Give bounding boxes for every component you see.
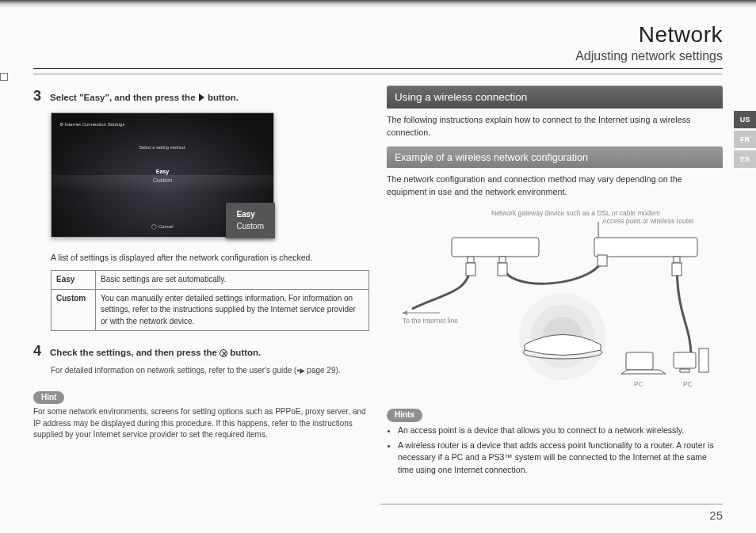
settings-table: Easy Basic settings are set automaticall… (51, 270, 369, 331)
cell-easy-label: Easy (52, 271, 96, 290)
svg-rect-11 (498, 263, 507, 276)
ap-label: Access point or wireless router (602, 217, 694, 225)
svg-rect-12 (598, 255, 607, 266)
hints-list: An access point is a device that allows … (398, 424, 723, 477)
svg-rect-16 (626, 352, 653, 370)
cell-custom-label: Custom (52, 289, 96, 331)
page-number: 25 (709, 508, 723, 522)
section-wireless-connection: Using a wireless connection (387, 86, 723, 109)
lang-tab-es[interactable]: ES (734, 150, 756, 168)
svg-rect-1 (468, 257, 474, 263)
list-item: An access point is a device that allows … (398, 424, 723, 437)
pc-label-2: PC (683, 380, 693, 388)
lang-tab-fr[interactable]: FR (734, 131, 756, 148)
svg-rect-13 (672, 263, 682, 276)
svg-rect-4 (594, 238, 697, 257)
ss-cancel: ◯ Cancel (151, 223, 173, 230)
network-diagram: Network gateway device such as a DSL or … (387, 206, 723, 396)
right-column: Using a wireless connection The followin… (387, 86, 723, 479)
ss-option-easy: Easy (153, 167, 172, 176)
play-icon (199, 93, 204, 101)
language-tabs: US FR ES (734, 111, 756, 168)
hint-label: Hint (33, 391, 64, 405)
svg-rect-20 (680, 369, 689, 372)
gateway-label: Network gateway device such as a DSL or … (491, 209, 660, 217)
section-example-config: Example of a wireless network configurat… (387, 147, 723, 168)
table-row: Custom You can manually enter detailed s… (52, 289, 369, 331)
svg-rect-18 (674, 352, 696, 368)
step-3: 3 Select "Easy", and then press the butt… (33, 86, 369, 106)
screenshot-callout: Easy Custom (226, 203, 275, 238)
section-example-para: The network configuration and connection… (387, 173, 723, 198)
x-button-icon (220, 349, 227, 357)
table-row: Easy Basic settings are set automaticall… (52, 271, 369, 290)
ss-option-custom: Custom (153, 176, 172, 185)
page-subtitle: Adjusting network settings (33, 49, 723, 63)
step-4: 4 Check the settings, and then press the… (33, 341, 369, 377)
hints-label: Hints (387, 409, 422, 422)
svg-rect-5 (674, 257, 680, 263)
svg-rect-19 (699, 348, 708, 372)
pc-label-1: PC (634, 380, 643, 388)
list-item: A wireless router is a device that adds … (398, 440, 723, 477)
step-number: 4 (33, 341, 48, 361)
svg-marker-17 (621, 370, 666, 374)
step-3-caption: A list of settings is displayed after th… (51, 252, 369, 264)
hint-text: For some network environments, screens f… (33, 406, 369, 441)
internet-line-label: To the Internet line (403, 317, 458, 325)
step-3-text: Select "Easy", and then press the button… (50, 93, 239, 102)
desktop-icon (674, 348, 708, 372)
step-4-text: Check the settings, and then press the b… (50, 348, 261, 357)
laptop-icon (621, 352, 666, 374)
cell-easy-desc: Basic settings are set automatically. (96, 271, 369, 290)
svg-rect-2 (499, 257, 506, 263)
svg-rect-0 (452, 238, 539, 257)
step-4-subtext: For detailed information on network sett… (51, 364, 369, 377)
page-title: Network (33, 22, 723, 48)
svg-rect-10 (466, 263, 475, 276)
left-column: 3 Select "Easy", and then press the butt… (33, 86, 369, 479)
settings-screenshot: ⚙ Internet Connection Settings Select a … (51, 112, 274, 238)
ref-arrow-icon: •▶ (296, 367, 304, 375)
lang-tab-us[interactable]: US (734, 111, 756, 128)
footer-rule (380, 504, 723, 504)
cell-custom-desc: You can manually enter detailed settings… (96, 289, 369, 331)
step-number: 3 (33, 86, 48, 106)
svg-marker-15 (403, 310, 407, 315)
section-wireless-para: The following instructions explain how t… (387, 113, 723, 139)
header-divider (33, 74, 723, 74)
